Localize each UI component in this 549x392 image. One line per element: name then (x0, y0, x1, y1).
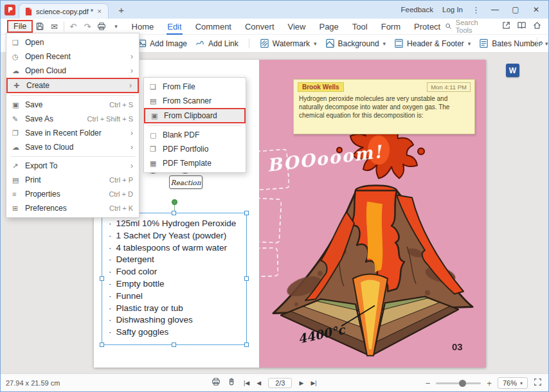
submenu-arrow-icon: › (129, 81, 132, 90)
create-from-file[interactable]: ❏ From File (144, 80, 246, 94)
bates-number-icon (479, 39, 489, 48)
add-link-button[interactable]: Add Link (195, 39, 239, 48)
background-button[interactable]: Background ▾ (325, 39, 386, 48)
sticky-note[interactable]: Brook Wells Mon 4:11 PM Hydrogen peroxid… (293, 79, 475, 134)
file-menu-save-to-cloud[interactable]: ☁ Save to Cloud › (6, 140, 139, 154)
create-pdf-portfolio[interactable]: ❒ PDF Portfolio (144, 142, 246, 156)
document-tab[interactable]: science-copy.pdf * ✕ (19, 3, 109, 19)
cloud-upload-icon: ☁ (12, 143, 25, 152)
file-menu-save[interactable]: ▣ Save Ctrl + S (6, 98, 139, 112)
ingredient-item: ·Plastic tray or tub (109, 303, 246, 315)
zoom-in-button[interactable]: + (487, 379, 492, 388)
create-blank-pdf[interactable]: ▢ Blank PDF (144, 128, 246, 142)
redo-icon[interactable]: ↷ (80, 20, 94, 33)
print-icon[interactable] (94, 20, 109, 33)
resize-handle[interactable] (100, 276, 104, 281)
previous-page-button[interactable]: ◀ (256, 380, 261, 386)
poster-page-number: 03 (452, 341, 463, 352)
file-menu-open-cloud[interactable]: ☁ Open Cloud › (6, 64, 139, 78)
add-image-button[interactable]: Add Image (137, 39, 187, 48)
export-to-word-icon[interactable]: W (506, 64, 519, 77)
next-page-button[interactable]: ▶ (299, 380, 303, 386)
note-author: Brook Wells (298, 82, 344, 92)
save-icon[interactable] (33, 20, 47, 33)
watermark-icon (260, 39, 269, 48)
close-button[interactable]: ✕ (530, 5, 542, 14)
header-footer-button[interactable]: Header & Footer ▾ (394, 39, 471, 48)
hand-tool-icon[interactable] (228, 377, 237, 389)
resize-handle[interactable] (172, 211, 176, 215)
zoom-out-button[interactable]: − (426, 379, 431, 388)
create-from-clipboard[interactable]: ▣ From Clipboard (144, 108, 246, 123)
toolbar-caret-icon[interactable]: ▾ (109, 20, 123, 33)
menu-separator (10, 95, 135, 96)
create-icon: ✚ (14, 82, 26, 90)
search-tools[interactable]: Search Tools (441, 17, 499, 35)
create-pdf-template[interactable]: ▦ PDF Template (144, 156, 246, 170)
file-dropdown-menu: ❏ Open ◷ Open Recent › ☁ Open Cloud › ✚ … (6, 33, 140, 218)
zoom-level-select[interactable]: 76% ▾ (498, 377, 528, 389)
resize-handle[interactable] (244, 343, 249, 347)
file-menu-properties[interactable]: ≡ Properties Ctrl + D (6, 187, 139, 201)
file-menu-export-to[interactable]: ↗ Export To › (6, 159, 139, 173)
maximize-button[interactable]: ▢ (510, 5, 521, 14)
share-icon[interactable] (501, 21, 511, 33)
menu-convert[interactable]: Convert (244, 20, 275, 33)
menu-page[interactable]: Page (318, 20, 339, 33)
zoom-slider[interactable] (436, 382, 481, 384)
resize-handle[interactable] (172, 343, 176, 347)
file-menu-preferences[interactable]: ⊞ Preferences Ctrl + K (6, 201, 139, 215)
menu-form[interactable]: Form (381, 20, 401, 33)
caret-down-icon: ▾ (383, 40, 386, 47)
file-menu-open[interactable]: ❏ Open (6, 35, 139, 49)
new-tab-button[interactable]: + (115, 4, 128, 15)
more-menu-icon[interactable]: ⋮ (472, 5, 480, 15)
file-menu-create[interactable]: ✚ Create › (6, 78, 139, 93)
menu-separator (148, 125, 242, 126)
menu-view[interactable]: View (287, 20, 307, 33)
read-mode-icon[interactable] (517, 21, 526, 33)
fit-screen-icon[interactable] (534, 377, 542, 389)
menu-tool[interactable]: Tool (352, 20, 368, 33)
selected-textbox[interactable]: ·125ml 10% Hydrogen Peroxide ·1 Sachet D… (102, 213, 247, 345)
file-menu-save-as[interactable]: ✎ Save As Ctrl + Shift + S (6, 112, 139, 126)
watermark-button[interactable]: Watermark ▾ (260, 39, 317, 48)
menu-comment[interactable]: Comment (195, 20, 232, 33)
ingredient-item: ·1 Sachet Dry Yeast (powder) (109, 230, 246, 242)
tab-close-icon[interactable]: ✕ (97, 8, 102, 15)
file-menu-button[interactable]: File (7, 20, 33, 33)
file-menu-save-in-recent-folder[interactable]: ❐ Save in Recent Folder › (6, 126, 139, 140)
print-icon[interactable] (212, 377, 221, 389)
email-icon[interactable]: ✉ (47, 20, 61, 33)
ribbon-separator (249, 39, 249, 48)
file-menu-open-recent[interactable]: ◷ Open Recent › (6, 49, 139, 64)
zoom-slider-thumb[interactable] (459, 380, 466, 387)
preferences-icon: ⊞ (12, 204, 25, 213)
menu-home[interactable]: Home (131, 20, 155, 33)
menu-edit[interactable]: Edit (166, 20, 182, 33)
page-number-input[interactable]: 2/3 (268, 378, 292, 388)
clipboard-icon: ▣ (151, 112, 164, 120)
sketch-outline (259, 197, 282, 244)
resize-handle[interactable] (100, 343, 104, 347)
resize-handle[interactable] (244, 276, 249, 281)
home-view-icon[interactable] (532, 21, 542, 33)
menu-separator (10, 156, 135, 157)
first-page-button[interactable]: |◀ (244, 380, 249, 386)
last-page-button[interactable]: ▶| (310, 380, 316, 386)
caret-down-icon: ▾ (468, 40, 471, 47)
create-from-scanner[interactable]: ▤ From Scanner (144, 94, 246, 108)
feedback-link[interactable]: Feedback (401, 6, 434, 13)
file-menu-print[interactable]: ▤ Print Ctrl + P (6, 173, 139, 187)
undo-icon[interactable]: ↶ (66, 20, 80, 33)
submenu-arrow-icon: › (130, 161, 133, 170)
submenu-arrow-icon: › (130, 143, 133, 152)
ribbon-more-button[interactable]: › (537, 37, 546, 48)
menu-protect[interactable]: Protect (413, 20, 441, 33)
rotation-handle[interactable] (172, 199, 177, 205)
resize-handle[interactable] (244, 211, 249, 215)
login-link[interactable]: Log In (442, 6, 463, 13)
cloud-icon: ☁ (12, 67, 25, 75)
submenu-arrow-icon: › (130, 52, 133, 61)
minimize-button[interactable]: — (489, 5, 501, 14)
